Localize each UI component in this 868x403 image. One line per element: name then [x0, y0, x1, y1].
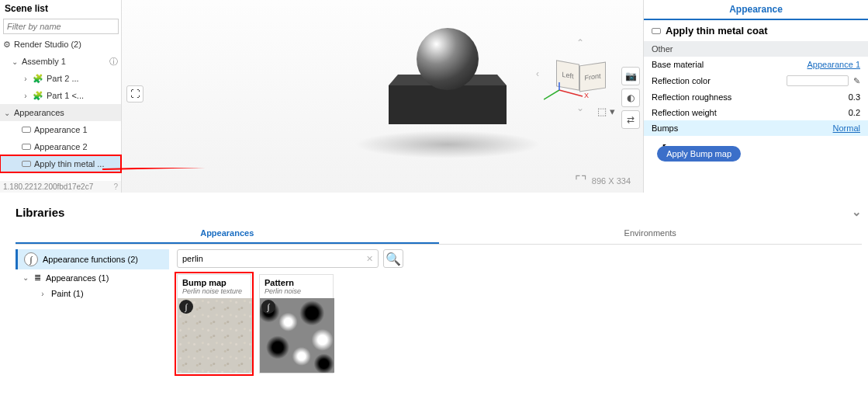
render-pedestal: [389, 85, 507, 124]
function-icon: ∫: [179, 300, 193, 314]
help-icon[interactable]: ?: [113, 182, 118, 191]
tree-part-1[interactable]: ›🧩Part 2 ...: [0, 70, 121, 87]
appearance-icon: [22, 144, 31, 150]
chevron-right-icon: ›: [22, 75, 29, 83]
gear-icon: ⚙: [3, 40, 11, 50]
render-sphere: [417, 28, 479, 90]
chevron-down-icon: ⌄: [11, 57, 19, 66]
appearance-icon: [652, 28, 661, 34]
stack-icon: ≣: [34, 273, 41, 283]
appearance-icon: [22, 127, 31, 133]
arrow-left-icon[interactable]: ‹: [536, 68, 539, 79]
sidebar-appearance-functions[interactable]: ∫Appearance functions (2): [16, 249, 169, 269]
chevron-right-icon: ›: [22, 92, 29, 100]
prop-bumps[interactable]: Bumps Normal: [644, 120, 868, 136]
tree-assembly[interactable]: ⌄Assembly 1ⓘ: [0, 53, 121, 70]
card-pattern[interactable]: Pattern Perlin noise ∫: [259, 274, 334, 373]
tree-appearance-1[interactable]: Appearance 1: [0, 121, 121, 138]
viewport-3d[interactable]: ⛶ ⌃ ‹ › ⌄ Left Front X Y Z ⬚ ▾ 📷 ◐ ⇄ ⌜⌝8…: [122, 0, 643, 193]
section-other[interactable]: Other: [644, 41, 868, 57]
tree-appearances-header[interactable]: ⌄Appearances: [0, 104, 121, 121]
prop-reflection-weight[interactable]: Reflection weight 0.2: [644, 105, 868, 120]
camera-icon[interactable]: 📷: [621, 67, 640, 85]
tree-root[interactable]: ⚙Render Studio (2): [0, 36, 121, 53]
sidebar-appearances[interactable]: ⌄≣Appearances (1): [16, 269, 169, 286]
appearance-icon: [22, 161, 31, 167]
svg-text:X: X: [584, 92, 589, 99]
chevron-down-icon: ⌄: [3, 109, 11, 117]
material-icon[interactable]: ◐: [621, 89, 640, 107]
viewport-dimensions: ⌜⌝896 X 334: [575, 173, 631, 188]
info-icon: ⓘ: [109, 56, 118, 68]
prop-reflection-color: Reflection color ✎: [644, 72, 868, 89]
scene-list-panel: Scene list ⚙Render Studio (2) ⌄Assembly …: [0, 0, 122, 193]
libraries-title: Libraries: [16, 206, 64, 219]
bump-map-thumbnail: ∫: [178, 298, 252, 373]
libraries-panel: Libraries⌄ Appearances Environments ∫App…: [16, 200, 862, 378]
library-search-input[interactable]: perlin✕: [177, 249, 379, 268]
color-swatch[interactable]: [787, 75, 849, 86]
tab-appearance[interactable]: Appearance: [644, 0, 868, 20]
scene-filter-input[interactable]: [3, 19, 119, 34]
swap-icon[interactable]: ⇄: [621, 110, 640, 129]
base-material-link[interactable]: Appearance 1: [807, 60, 861, 69]
card-bump-map[interactable]: Bump map Perlin noise texture ∫: [177, 274, 251, 373]
chevron-down-icon[interactable]: ⌄: [852, 205, 862, 219]
tree-apply-thin-metal[interactable]: Apply thin metal ...: [0, 155, 121, 172]
libraries-sidebar: ∫Appearance functions (2) ⌄≣Appearances …: [16, 245, 169, 378]
part-icon: 🧩: [33, 91, 43, 101]
svg-line-2: [544, 90, 559, 99]
tooltip-apply-bump-map: Apply Bump map: [657, 146, 741, 162]
chevron-down-icon: ⌄: [22, 273, 29, 282]
edit-icon[interactable]: ✎: [853, 76, 860, 86]
properties-panel: Appearance Apply thin metal coat Other B…: [643, 0, 868, 193]
part-icon: 🧩: [33, 74, 43, 84]
function-icon: ∫: [24, 252, 38, 266]
pattern-thumbnail: ∫: [260, 298, 334, 373]
version-footer: 1.180.2212.200fbd17e2c7?: [0, 181, 121, 193]
scene-list-title: Scene list: [0, 0, 121, 17]
tree-part-2[interactable]: ›🧩Part 1 <...: [0, 87, 121, 104]
focus-icon[interactable]: ⛶: [126, 85, 144, 102]
sidebar-paint[interactable]: ›Paint (1): [16, 286, 169, 301]
prop-reflection-roughness[interactable]: Reflection roughness 0.3: [644, 89, 868, 105]
tree-appearance-2[interactable]: Appearance 2: [0, 138, 121, 155]
cube-dropdown[interactable]: ⬚ ▾: [597, 106, 615, 117]
tab-lib-environments[interactable]: Environments: [439, 224, 863, 244]
arrow-up-icon[interactable]: ⌃: [576, 37, 584, 48]
prop-base-material: Base material Appearance 1: [644, 57, 868, 72]
search-icon: 🔍: [386, 252, 401, 266]
tab-lib-appearances[interactable]: Appearances: [16, 224, 439, 244]
axes-gizmo: X Y Z: [544, 82, 590, 113]
search-button[interactable]: 🔍: [383, 249, 403, 268]
properties-title: Apply thin metal coat: [644, 20, 868, 41]
bumps-link[interactable]: Normal: [833, 123, 860, 133]
chevron-right-icon: ›: [39, 290, 47, 298]
render-shadow: [354, 130, 541, 158]
function-icon: ∫: [261, 300, 275, 314]
scene-tree: ⚙Render Studio (2) ⌄Assembly 1ⓘ ›🧩Part 2…: [0, 36, 121, 172]
svg-line-0: [559, 90, 583, 96]
clear-icon[interactable]: ✕: [366, 254, 373, 264]
view-cube[interactable]: ⌃ ‹ › ⌄ Left Front X Y Z: [550, 47, 612, 101]
